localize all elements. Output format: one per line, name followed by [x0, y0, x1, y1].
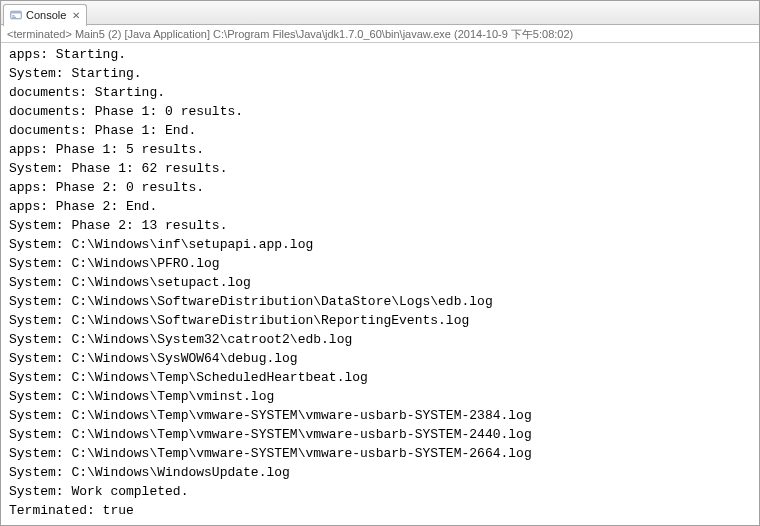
console-line: System: Starting.	[9, 64, 751, 83]
console-line: System: C:\Windows\System32\catroot2\edb…	[9, 330, 751, 349]
launch-config: Main5 (2) [Java Application]	[75, 28, 210, 40]
console-line: System: C:\Windows\SoftwareDistribution\…	[9, 311, 751, 330]
console-line: Terminated: true	[9, 501, 751, 520]
console-line: System: C:\Windows\Temp\vmware-SYSTEM\vm…	[9, 425, 751, 444]
console-line: documents: Starting.	[9, 83, 751, 102]
launch-info-bar: <terminated> Main5 (2) [Java Application…	[1, 25, 759, 43]
console-line: System: Phase 1: 62 results.	[9, 159, 751, 178]
console-line: System: C:\Windows\SoftwareDistribution\…	[9, 292, 751, 311]
tab-console[interactable]: Console ✕	[3, 4, 87, 26]
console-line: apps: Phase 1: 5 results.	[9, 140, 751, 159]
console-line: System: C:\Windows\inf\setupapi.app.log	[9, 235, 751, 254]
launch-timestamp: (2014-10-9 下午5:08:02)	[454, 28, 573, 40]
console-line: documents: Phase 1: End.	[9, 121, 751, 140]
terminated-state: <terminated>	[7, 28, 72, 40]
console-line: System: C:\Windows\Temp\vmware-SYSTEM\vm…	[9, 444, 751, 463]
console-line: System: C:\Windows\SysWOW64\debug.log	[9, 349, 751, 368]
launch-path: C:\Program Files\Java\jdk1.7.0_60\bin\ja…	[213, 28, 451, 40]
close-icon[interactable]: ✕	[72, 10, 80, 21]
console-line: System: C:\Windows\PFRO.log	[9, 254, 751, 273]
console-line: System: Phase 2: 13 results.	[9, 216, 751, 235]
tab-console-label: Console	[26, 9, 66, 21]
console-line: System: C:\Windows\Temp\vmware-SYSTEM\vm…	[9, 406, 751, 425]
console-line: System: Work completed.	[9, 482, 751, 501]
console-line: apps: Phase 2: 0 results.	[9, 178, 751, 197]
console-line: System: C:\Windows\WindowsUpdate.log	[9, 463, 751, 482]
console-line: System: C:\Windows\setupact.log	[9, 273, 751, 292]
console-line: apps: Starting.	[9, 45, 751, 64]
console-line: apps: Phase 2: End.	[9, 197, 751, 216]
console-line: documents: Phase 1: 0 results.	[9, 102, 751, 121]
console-output[interactable]: apps: Starting.System: Starting.document…	[1, 43, 759, 522]
console-icon	[10, 9, 22, 21]
console-line: System: C:\Windows\Temp\vminst.log	[9, 387, 751, 406]
console-line: System: C:\Windows\Temp\ScheduledHeartbe…	[9, 368, 751, 387]
view-tab-bar: Console ✕	[1, 1, 759, 25]
svg-rect-1	[11, 11, 22, 13]
